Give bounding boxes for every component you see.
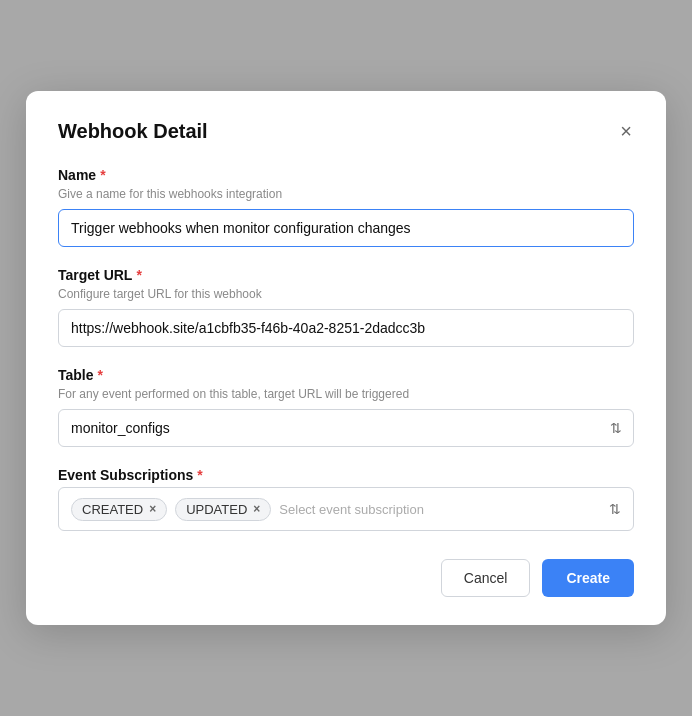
event-subscriptions-field-group: Event Subscriptions * CREATED × UPDATED … bbox=[58, 467, 634, 531]
cancel-button[interactable]: Cancel bbox=[441, 559, 531, 597]
name-field-group: Name * Give a name for this webhooks int… bbox=[58, 167, 634, 247]
event-subscriptions-label: Event Subscriptions * bbox=[58, 467, 634, 483]
modal-title: Webhook Detail bbox=[58, 120, 208, 143]
table-select[interactable]: monitor_configs bbox=[58, 409, 634, 447]
table-required-star: * bbox=[98, 367, 103, 383]
name-label: Name * bbox=[58, 167, 634, 183]
tag-created: CREATED × bbox=[71, 498, 167, 521]
event-subscriptions-input-area[interactable]: CREATED × UPDATED × Select event subscri… bbox=[58, 487, 634, 531]
modal-footer: Cancel Create bbox=[58, 559, 634, 597]
table-select-wrapper: monitor_configs ⇅ bbox=[58, 409, 634, 447]
name-hint: Give a name for this webhooks integratio… bbox=[58, 187, 634, 201]
target-url-hint: Configure target URL for this webhook bbox=[58, 287, 634, 301]
event-select-arrow-icon: ⇅ bbox=[609, 501, 621, 517]
tag-created-label: CREATED bbox=[82, 502, 143, 517]
name-input[interactable] bbox=[58, 209, 634, 247]
table-hint: For any event performed on this table, t… bbox=[58, 387, 634, 401]
close-button[interactable]: × bbox=[618, 119, 634, 143]
event-subscription-placeholder: Select event subscription bbox=[279, 502, 601, 517]
modal-overlay: Webhook Detail × Name * Give a name for … bbox=[0, 0, 692, 716]
tag-updated: UPDATED × bbox=[175, 498, 271, 521]
modal-header: Webhook Detail × bbox=[58, 119, 634, 143]
tag-updated-label: UPDATED bbox=[186, 502, 247, 517]
target-url-field-group: Target URL * Configure target URL for th… bbox=[58, 267, 634, 347]
tag-created-remove[interactable]: × bbox=[149, 503, 156, 515]
table-label: Table * bbox=[58, 367, 634, 383]
target-url-required-star: * bbox=[136, 267, 141, 283]
name-required-star: * bbox=[100, 167, 105, 183]
target-url-input[interactable] bbox=[58, 309, 634, 347]
webhook-detail-modal: Webhook Detail × Name * Give a name for … bbox=[26, 91, 666, 625]
tag-updated-remove[interactable]: × bbox=[253, 503, 260, 515]
event-subscriptions-required-star: * bbox=[197, 467, 202, 483]
create-button[interactable]: Create bbox=[542, 559, 634, 597]
target-url-label: Target URL * bbox=[58, 267, 634, 283]
table-field-group: Table * For any event performed on this … bbox=[58, 367, 634, 447]
